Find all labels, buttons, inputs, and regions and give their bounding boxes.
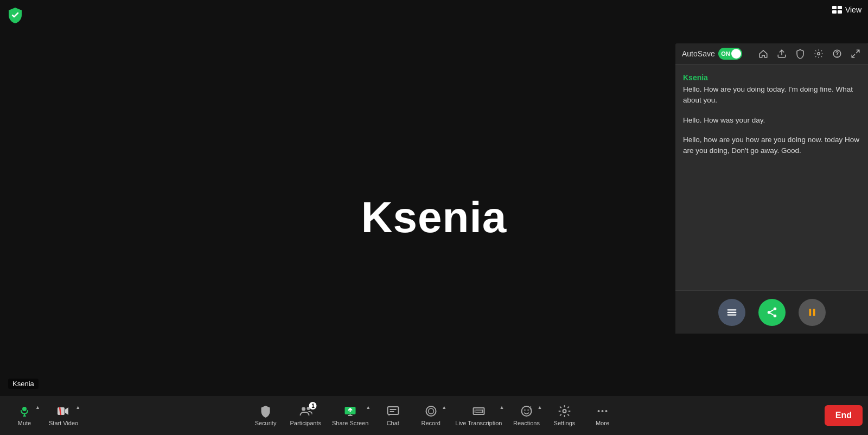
panel-pause-button[interactable] — [799, 299, 826, 326]
svg-rect-1 — [838, 6, 842, 9]
mute-label: Mute — [18, 420, 31, 426]
svg-rect-2 — [832, 10, 837, 14]
svg-line-41 — [770, 313, 773, 315]
security-button[interactable]: Security — [247, 400, 285, 431]
participant-name: Ksenia — [361, 193, 507, 242]
settings-label: Settings — [554, 420, 576, 426]
svg-point-29 — [601, 410, 603, 412]
transcription-caret[interactable]: ▲ — [500, 405, 505, 410]
share-screen-label: Share Screen — [332, 420, 368, 426]
record-caret[interactable]: ▲ — [442, 405, 446, 410]
autosave-on-label: ON — [721, 50, 730, 57]
side-panel: AutoSave ON — [675, 43, 868, 334]
video-label: Ksenia — [8, 379, 39, 389]
participants-button[interactable]: 1 Participants — [285, 400, 327, 431]
toggle-knob — [731, 49, 741, 59]
view-label: View — [845, 5, 861, 14]
panel-settings-icon[interactable] — [813, 48, 825, 60]
chat-message-2: Hello. How was your day. — [683, 115, 860, 126]
svg-line-42 — [770, 309, 773, 311]
more-label: More — [596, 420, 609, 426]
expand-icon[interactable] — [850, 48, 861, 60]
chat-message-3: Hello, how are you how are you doing now… — [683, 135, 860, 157]
svg-point-24 — [521, 406, 531, 416]
chat-block: Ksenia Hello. How are you doing today. I… — [683, 73, 860, 106]
panel-footer — [675, 290, 868, 334]
participants-label: Participants — [290, 420, 321, 426]
record-button[interactable]: Record ▲ — [412, 400, 450, 431]
svg-point-25 — [524, 410, 525, 411]
start-video-label: Start Video — [49, 420, 78, 426]
svg-point-38 — [773, 307, 776, 310]
svg-rect-43 — [809, 309, 811, 316]
chat-block-3: Hello, how are you how are you doing now… — [683, 135, 860, 157]
svg-point-17 — [426, 406, 436, 416]
panel-header: AutoSave ON — [675, 43, 868, 65]
chat-content: Ksenia Hello. How are you doing today. I… — [675, 65, 868, 290]
settings-button[interactable]: Settings — [545, 400, 583, 431]
help-icon[interactable] — [831, 48, 843, 60]
panel-icons — [757, 48, 861, 60]
toolbar-right: End — [819, 405, 863, 426]
start-video-button[interactable]: Start Video ▲ — [43, 400, 84, 431]
autosave-label: AutoSave ON — [682, 48, 742, 60]
share-caret[interactable]: ▲ — [366, 405, 371, 410]
autosave-toggle[interactable]: ON — [718, 48, 742, 60]
svg-point-34 — [837, 56, 838, 57]
video-caret[interactable]: ▲ — [75, 405, 80, 410]
svg-point-4 — [22, 407, 27, 411]
mute-caret[interactable]: ▲ — [35, 405, 40, 410]
shield-icon — [7, 7, 24, 24]
svg-rect-0 — [832, 6, 837, 9]
chat-label: Chat — [387, 420, 399, 426]
svg-point-18 — [428, 408, 433, 414]
participants-badge: 1 — [309, 402, 317, 410]
svg-point-32 — [818, 53, 820, 55]
panel-share-button[interactable] — [758, 299, 786, 326]
more-button[interactable]: More — [583, 400, 621, 431]
upload-icon[interactable] — [776, 48, 788, 60]
view-button[interactable]: View — [832, 5, 861, 14]
mute-button[interactable]: Mute ▲ — [5, 400, 43, 431]
toolbar: Mute ▲ Start Video ▲ Security — [0, 396, 868, 435]
svg-rect-14 — [387, 407, 398, 414]
chat-block-2: Hello. How was your day. — [683, 115, 860, 126]
record-label: Record — [422, 420, 441, 426]
panel-list-button[interactable] — [718, 299, 745, 326]
home-icon[interactable] — [757, 48, 769, 60]
security-label: Security — [255, 420, 277, 426]
chat-sender: Ksenia — [683, 73, 860, 82]
svg-point-9 — [302, 407, 305, 411]
panel-shield-icon[interactable] — [794, 48, 806, 60]
svg-point-28 — [597, 410, 599, 412]
toolbar-center: Security 1 Participants Share Screen ▲ — [247, 400, 622, 431]
autosave-text: AutoSave — [682, 49, 715, 58]
svg-rect-3 — [838, 10, 842, 14]
share-screen-button[interactable]: Share Screen ▲ — [327, 400, 374, 431]
svg-point-40 — [773, 314, 776, 317]
live-transcription-label: Live Transcription — [455, 420, 502, 426]
svg-point-27 — [563, 410, 566, 413]
svg-point-26 — [527, 410, 528, 411]
reactions-label: Reactions — [513, 420, 540, 426]
end-button[interactable]: End — [825, 405, 863, 426]
reactions-button[interactable]: Reactions ▲ — [507, 400, 545, 431]
chat-button[interactable]: Chat — [374, 400, 412, 431]
svg-point-39 — [767, 311, 770, 314]
reactions-caret[interactable]: ▲ — [538, 405, 542, 410]
svg-point-30 — [605, 410, 607, 412]
svg-rect-44 — [813, 309, 815, 316]
toolbar-left: Mute ▲ Start Video ▲ — [5, 400, 84, 431]
live-transcription-button[interactable]: Live Transcription ▲ — [450, 400, 507, 431]
chat-message-1: Hello. How are you doing today. I'm doin… — [683, 84, 860, 106]
